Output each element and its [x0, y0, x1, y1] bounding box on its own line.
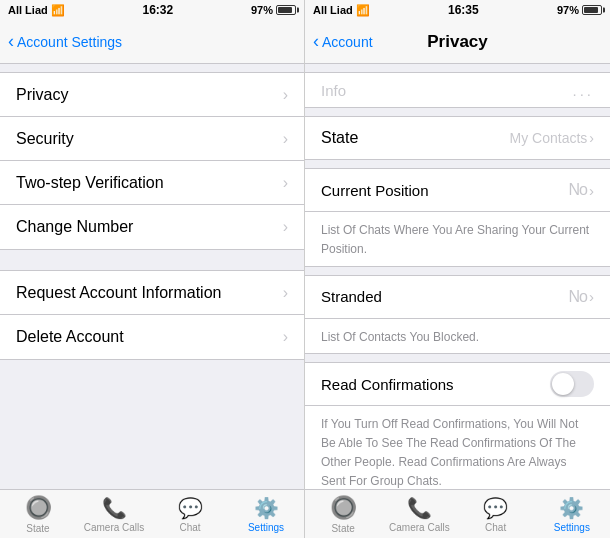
- right-read-confirm-desc: If You Turn Off Read Confirmations, You …: [321, 417, 578, 487]
- left-requestinfo-item[interactable]: Request Account Information ›: [0, 271, 304, 315]
- right-tab-calls[interactable]: 📞 Camera Calls: [381, 490, 457, 538]
- left-changenumber-chevron: ›: [283, 218, 288, 236]
- right-stranded-no-text: No: [569, 288, 587, 306]
- right-tab-state[interactable]: 🔘 State: [305, 490, 381, 538]
- right-read-confirm-row: Read Confirmations: [305, 362, 610, 406]
- right-position-desc-block: List Of Chats Where You Are Sharing Your…: [305, 212, 610, 267]
- right-screen: All Liad 📶 16:35 97% ‹ Account Privacy I…: [305, 0, 610, 538]
- left-nav-bar: ‹ Account Settings: [0, 20, 304, 64]
- right-spacer-3: [305, 160, 610, 168]
- left-spacer-2: [0, 250, 304, 270]
- right-spacer-1: [305, 64, 610, 72]
- right-tab-bar: 🔘 State 📞 Camera Calls 💬 Chat ⚙️ Setting…: [305, 489, 610, 538]
- left-battery-pct: 97%: [251, 4, 273, 16]
- left-privacy-item[interactable]: Privacy ›: [0, 73, 304, 117]
- right-position-label: Current Position: [321, 182, 429, 199]
- right-tab-calls-icon: 📞: [407, 496, 432, 520]
- right-tab-calls-label: Camera Calls: [389, 522, 450, 533]
- left-back-chevron: ‹: [8, 31, 14, 52]
- left-tab-state-icon: 🔘: [25, 495, 52, 521]
- left-battery-icon: [276, 5, 296, 15]
- right-info-row: Info ...: [305, 72, 610, 108]
- right-read-confirm-label: Read Confirmations: [321, 376, 454, 393]
- left-tab-calls-label: Camera Calls: [84, 522, 145, 533]
- right-stranded-label: Stranded: [321, 288, 382, 305]
- right-stranded-desc-block: List Of Contacts You Blocked.: [305, 319, 610, 355]
- left-deleteaccount-chevron: ›: [283, 328, 288, 346]
- left-status-bar: All Liad 📶 16:32 97%: [0, 0, 304, 20]
- left-tab-chat-label: Chat: [179, 522, 200, 533]
- right-status-left: All Liad 📶: [313, 4, 370, 17]
- right-back-label: Account: [322, 34, 373, 50]
- right-spacer-5: [305, 354, 610, 362]
- right-time: 16:35: [448, 3, 479, 17]
- left-tab-state[interactable]: 🔘 State: [0, 490, 76, 538]
- left-tab-chat-icon: 💬: [178, 496, 203, 520]
- right-spacer-2: [305, 108, 610, 116]
- right-content: Info ... State My Contacts › Current Pos…: [305, 64, 610, 489]
- right-read-confirm-toggle[interactable]: [550, 371, 594, 397]
- right-back-button[interactable]: ‹ Account: [313, 31, 373, 52]
- right-tab-state-icon: 🔘: [330, 495, 357, 521]
- left-changenumber-label: Change Number: [16, 218, 133, 236]
- right-tab-settings-icon: ⚙️: [559, 496, 584, 520]
- right-battery-pct: 97%: [557, 4, 579, 16]
- right-stranded-row[interactable]: Stranded No ›: [305, 275, 610, 319]
- right-info-dots: ...: [572, 82, 594, 99]
- right-back-chevron: ‹: [313, 31, 319, 52]
- right-state-row[interactable]: State My Contacts ›: [305, 116, 610, 160]
- left-security-label: Security: [16, 130, 74, 148]
- left-tab-calls[interactable]: 📞 Camera Calls: [76, 490, 152, 538]
- left-security-chevron: ›: [283, 130, 288, 148]
- right-status-right: 97%: [557, 4, 602, 16]
- left-tab-settings[interactable]: ⚙️ Settings: [228, 490, 304, 538]
- left-group-1: Privacy › Security › Two-step Verificati…: [0, 72, 304, 250]
- right-position-no-text: No: [569, 181, 587, 199]
- right-state-chevron: ›: [589, 130, 594, 146]
- left-tab-calls-icon: 📞: [102, 496, 127, 520]
- left-twostep-chevron: ›: [283, 174, 288, 192]
- right-state-value: My Contacts ›: [510, 130, 594, 146]
- right-state-value-text: My Contacts: [510, 130, 588, 146]
- right-spacer-4: [305, 267, 610, 275]
- right-tab-settings[interactable]: ⚙️ Settings: [534, 490, 610, 538]
- left-carrier: All Liad: [8, 4, 48, 16]
- left-tab-bar: 🔘 State 📞 Camera Calls 💬 Chat ⚙️ Setting…: [0, 489, 304, 538]
- left-group-2: Request Account Information › Delete Acc…: [0, 270, 304, 360]
- left-spacer-1: [0, 64, 304, 72]
- left-filler: [0, 360, 304, 489]
- left-tab-settings-icon: ⚙️: [254, 496, 279, 520]
- left-changenumber-item[interactable]: Change Number ›: [0, 205, 304, 249]
- right-nav-title: Privacy: [427, 32, 488, 52]
- right-stranded-value: No ›: [569, 288, 594, 306]
- left-tab-chat[interactable]: 💬 Chat: [152, 490, 228, 538]
- right-stranded-desc: List Of Contacts You Blocked.: [321, 330, 479, 344]
- left-security-item[interactable]: Security ›: [0, 117, 304, 161]
- left-privacy-label: Privacy: [16, 86, 68, 104]
- left-back-button[interactable]: ‹ Account Settings: [8, 31, 122, 52]
- right-position-desc: List Of Chats Where You Are Sharing Your…: [321, 223, 589, 256]
- right-battery-icon: [582, 5, 602, 15]
- right-position-row[interactable]: Current Position No ›: [305, 168, 610, 212]
- left-deleteaccount-label: Delete Account: [16, 328, 124, 346]
- left-requestinfo-chevron: ›: [283, 284, 288, 302]
- right-tab-chat[interactable]: 💬 Chat: [458, 490, 534, 538]
- right-position-chevron: ›: [589, 182, 594, 199]
- left-tab-state-label: State: [26, 523, 49, 534]
- right-tab-chat-label: Chat: [485, 522, 506, 533]
- left-tab-settings-label: Settings: [248, 522, 284, 533]
- left-status-right: 97%: [251, 4, 296, 16]
- left-status-left: All Liad 📶: [8, 4, 65, 17]
- left-twostep-item[interactable]: Two-step Verification ›: [0, 161, 304, 205]
- right-read-confirm-desc-block: If You Turn Off Read Confirmations, You …: [305, 406, 610, 489]
- right-carrier: All Liad: [313, 4, 353, 16]
- left-deleteaccount-item[interactable]: Delete Account ›: [0, 315, 304, 359]
- right-toggle-knob: [552, 373, 574, 395]
- left-wifi-icon: 📶: [51, 4, 65, 17]
- left-screen: All Liad 📶 16:32 97% ‹ Account Settings …: [0, 0, 305, 538]
- right-nav-bar: ‹ Account Privacy: [305, 20, 610, 64]
- right-stranded-chevron: ›: [589, 288, 594, 305]
- right-position-value: No ›: [569, 181, 594, 199]
- left-back-label: Account Settings: [17, 34, 122, 50]
- right-tab-settings-label: Settings: [554, 522, 590, 533]
